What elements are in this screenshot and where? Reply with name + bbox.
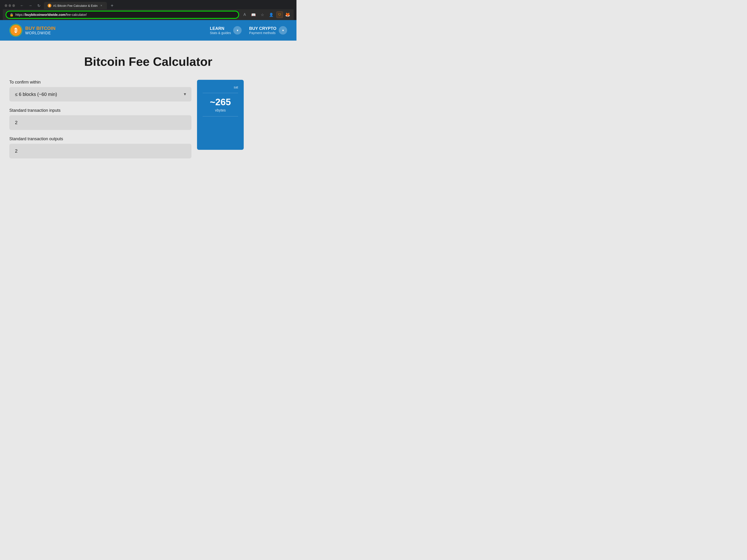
logo-icon: ₿ bbox=[9, 24, 22, 37]
lock-icon: 🔒 bbox=[9, 13, 14, 17]
form-layout: To confirm within ≤ 1 block (~10 min) ≤ … bbox=[9, 80, 287, 165]
outputs-field[interactable] bbox=[9, 144, 191, 158]
browser-actions: A 📖 ☆ 👤 🛡 🦊 bbox=[241, 11, 291, 19]
confirm-within-group: To confirm within ≤ 1 block (~10 min) ≤ … bbox=[9, 80, 191, 102]
inputs-field[interactable] bbox=[9, 115, 191, 130]
profile-button[interactable]: 👤 bbox=[267, 11, 275, 19]
inputs-group: Standard transaction inputs bbox=[9, 108, 191, 130]
nav-items: LEARN Stats & guides ▾ BUY CRYPTO Paymen… bbox=[210, 26, 287, 35]
result-divider-top bbox=[203, 93, 238, 93]
site-logo[interactable]: ₿ BUY BITCOIN WORLDWIDE bbox=[9, 24, 56, 37]
confirm-within-select-wrapper: ≤ 1 block (~10 min) ≤ 3 blocks (~30 min)… bbox=[9, 87, 191, 102]
nav-item-learn[interactable]: LEARN Stats & guides ▾ bbox=[210, 26, 241, 35]
vbytes-unit: vbytes bbox=[203, 108, 238, 112]
result-divider-bottom bbox=[203, 116, 238, 116]
tab-bar: ← → ↻ ₿ #1 Bitcoin Fee Calculator & Esti… bbox=[3, 2, 294, 9]
back-button[interactable]: ← bbox=[19, 2, 25, 9]
tab-favicon: ₿ bbox=[48, 4, 51, 7]
outputs-label: Standard transaction outputs bbox=[9, 136, 191, 141]
active-tab[interactable]: ₿ #1 Bitcoin Fee Calculator & Estin × bbox=[44, 2, 107, 9]
address-bar[interactable]: 🔒 https://buybitcoinworldwide.com/fee-ca… bbox=[6, 11, 239, 19]
bookmark-button[interactable]: ☆ bbox=[259, 11, 266, 19]
metamask-extension[interactable]: 🦊 bbox=[284, 11, 291, 18]
refresh-button[interactable]: ↻ bbox=[35, 2, 42, 9]
logo-text: BUY BITCOIN WORLDWIDE bbox=[25, 26, 56, 35]
outputs-group: Standard transaction outputs bbox=[9, 136, 191, 158]
new-tab-button[interactable]: + bbox=[109, 2, 115, 9]
nav-item-buy-crypto[interactable]: BUY CRYPTO Payment methods ▾ bbox=[249, 26, 287, 35]
browser-chrome: ← → ↻ ₿ #1 Bitcoin Fee Calculator & Esti… bbox=[0, 0, 297, 20]
address-text: https://buybitcoinworldwide.com/fee-calc… bbox=[16, 13, 235, 17]
buy-crypto-chevron-icon[interactable]: ▾ bbox=[279, 26, 287, 34]
sat-label: sat bbox=[203, 85, 238, 89]
forward-button[interactable]: → bbox=[27, 2, 34, 9]
form-section: To confirm within ≤ 1 block (~10 min) ≤ … bbox=[9, 80, 191, 165]
tab-close-button[interactable]: × bbox=[99, 4, 103, 7]
font-size-button[interactable]: A bbox=[241, 11, 248, 19]
learn-chevron-icon[interactable]: ▾ bbox=[233, 26, 241, 34]
page-title: Bitcoin Fee Calculator bbox=[9, 55, 287, 69]
confirm-within-select[interactable]: ≤ 1 block (~10 min) ≤ 3 blocks (~30 min)… bbox=[9, 87, 191, 102]
address-bar-row: 🔒 https://buybitcoinworldwide.com/fee-ca… bbox=[3, 9, 294, 20]
read-mode-button[interactable]: 📖 bbox=[250, 11, 257, 19]
inputs-label: Standard transaction inputs bbox=[9, 108, 191, 113]
site-navbar: ₿ BUY BITCOIN WORLDWIDE LEARN Stats & gu… bbox=[0, 20, 297, 41]
confirm-within-label: To confirm within bbox=[9, 80, 191, 85]
bitcoin-icon: ₿ bbox=[10, 25, 22, 36]
vbytes-value: ~265 bbox=[203, 97, 238, 107]
tab-title: #1 Bitcoin Fee Calculator & Estin bbox=[53, 4, 98, 7]
brave-shield-extension[interactable]: 🛡 bbox=[276, 11, 283, 18]
main-content: Bitcoin Fee Calculator To confirm within… bbox=[0, 41, 297, 204]
result-panel: sat ~265 vbytes bbox=[197, 80, 244, 150]
